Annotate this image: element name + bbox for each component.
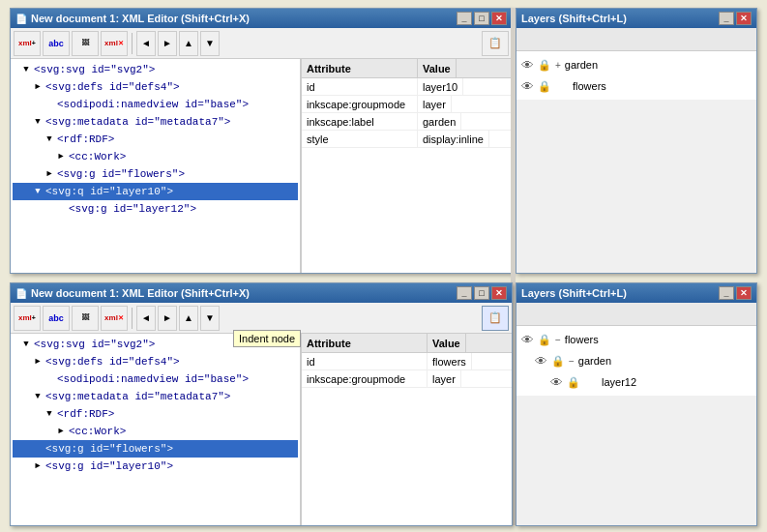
- bottom-layers-titlebar[interactable]: Layers (Shift+Ctrl+L) _ ✕: [516, 283, 756, 303]
- tree-toggle-1[interactable]: ►: [32, 81, 44, 93]
- bottom-xml-node-btn[interactable]: xml+: [14, 306, 41, 331]
- nav-down-btn[interactable]: ▼: [200, 31, 220, 56]
- tree-toggle-8[interactable]: [55, 203, 67, 215]
- tree-item-0[interactable]: ▼ <svg:svg id="svg2">: [13, 61, 298, 78]
- bottom-layer-eye-flowers[interactable]: 👁: [521, 333, 534, 347]
- bottom-attr-row-0[interactable]: id flowers: [302, 353, 512, 370]
- bottom-tree-toggle-7[interactable]: ►: [32, 460, 44, 472]
- bottom-tree-item-3[interactable]: ▼ <svg:metadata id="metadata7">: [13, 388, 298, 405]
- tree-item-2[interactable]: <sodipodi:namedview id="base">: [13, 96, 298, 113]
- bottom-tree-item-2[interactable]: <sodipodi:namedview id="base">: [13, 370, 298, 388]
- tree-toggle-0[interactable]: ▼: [20, 64, 32, 75]
- xml-delete-btn[interactable]: xml✕: [101, 31, 128, 56]
- top-layer-name-garden: garden: [565, 59, 598, 71]
- tree-item-7[interactable]: ▼ <svg:q id="layer10">: [13, 183, 298, 200]
- top-layers-min-btn[interactable]: _: [719, 12, 734, 25]
- tree-item-1[interactable]: ► <svg:defs id="defs4">: [13, 78, 298, 96]
- top-layer-expand-garden[interactable]: +: [555, 60, 561, 71]
- bottom-nav-prev-btn[interactable]: ◄: [136, 306, 156, 331]
- bottom-min-button[interactable]: _: [457, 286, 472, 300]
- tree-item-5[interactable]: ► <cc:Work>: [13, 148, 298, 165]
- bottom-tree-toggle-0[interactable]: ▼: [20, 339, 32, 350]
- bottom-xml-editor-titlebar[interactable]: 📄 New document 1: XML Editor (Shift+Ctrl…: [11, 283, 512, 303]
- nav-prev-btn[interactable]: ◄: [136, 31, 156, 56]
- top-layers-close-btn[interactable]: ✕: [736, 12, 752, 25]
- top-layer-name-flowers: flowers: [573, 80, 606, 92]
- bottom-tree-item-5[interactable]: ► <cc:Work>: [13, 423, 298, 440]
- tree-toggle-2[interactable]: [44, 99, 55, 110]
- bottom-img-node-btn[interactable]: 🖼: [72, 306, 99, 331]
- bottom-tree-toggle-3[interactable]: ▼: [32, 391, 44, 402]
- tree-item-6[interactable]: ► <svg:g id="flowers">: [13, 165, 298, 183]
- nav-next-btn[interactable]: ►: [158, 31, 177, 56]
- top-layer-lock-flowers[interactable]: 🔒: [538, 80, 551, 93]
- bottom-layer-eye-layer12[interactable]: 👁: [550, 375, 563, 390]
- xml-node-btn[interactable]: xml+: [14, 31, 41, 56]
- bottom-layer-lock-garden[interactable]: 🔒: [551, 355, 565, 368]
- bottom-layers-close-btn[interactable]: ✕: [736, 286, 752, 300]
- top-attr-panel: Attribute Value id layer10 inkscape:grou…: [301, 59, 512, 273]
- bottom-layer-item-garden[interactable]: 👁 🔒 − garden: [519, 350, 753, 371]
- maximize-button[interactable]: □: [474, 12, 489, 25]
- top-layers-titlebar[interactable]: Layers (Shift+Ctrl+L) _ ✕: [516, 9, 756, 28]
- nav-up-btn[interactable]: ▲: [179, 31, 198, 56]
- bottom-nav-down-btn[interactable]: ▼: [200, 306, 220, 331]
- bottom-text-node-btn[interactable]: abc: [43, 306, 70, 331]
- bottom-attr-header: Attribute Value: [302, 334, 512, 353]
- bottom-layer-lock-layer12[interactable]: 🔒: [567, 376, 580, 389]
- bottom-tree-item-4[interactable]: ▼ <rdf:RDF>: [13, 405, 298, 423]
- top-attr-row-3[interactable]: style display:inline: [302, 131, 512, 148]
- text-node-btn[interactable]: abc: [43, 31, 70, 56]
- top-layer-item-flowers[interactable]: 👁 🔒 flowers: [519, 75, 753, 97]
- tree-toggle-6[interactable]: ►: [44, 168, 55, 180]
- tree-toggle-4[interactable]: ▼: [44, 133, 55, 145]
- bottom-xml-editor-icon: 📄: [15, 288, 27, 299]
- tree-toggle-5[interactable]: ►: [55, 151, 67, 163]
- toolbar-right-btn[interactable]: 📋: [482, 31, 509, 56]
- bottom-close-button[interactable]: ✕: [491, 286, 507, 300]
- bottom-layer-expand-garden[interactable]: −: [569, 356, 575, 367]
- tree-toggle-3[interactable]: ▼: [32, 116, 44, 128]
- bottom-layer-lock-flowers[interactable]: 🔒: [538, 334, 551, 346]
- bottom-tree-toggle-1[interactable]: ►: [32, 356, 44, 368]
- bottom-xml-tree[interactable]: ▼ <svg:svg id="svg2"> ► <svg:defs id="de…: [11, 334, 301, 525]
- top-attr-row-1[interactable]: inkscape:groupmode layer: [302, 96, 512, 113]
- minimize-button[interactable]: _: [457, 12, 472, 25]
- tree-toggle-7[interactable]: ▼: [32, 186, 44, 197]
- bottom-tree-item-6[interactable]: <svg:g id="flowers">: [13, 440, 298, 458]
- top-layer-eye-flowers[interactable]: 👁: [521, 79, 534, 94]
- close-button[interactable]: ✕: [491, 12, 507, 25]
- bottom-layers-min-btn[interactable]: _: [719, 286, 734, 300]
- bottom-layers-title: Layers (Shift+Ctrl+L): [521, 287, 627, 299]
- top-xml-editor-titlebar[interactable]: 📄 New document 1: XML Editor (Shift+Ctrl…: [11, 9, 512, 28]
- bottom-nav-up-btn[interactable]: ▲: [179, 306, 198, 331]
- tree-item-4[interactable]: ▼ <rdf:RDF>: [13, 131, 298, 148]
- top-attr-row-0[interactable]: id layer10: [302, 78, 512, 96]
- bottom-attr-value-0: flowers: [428, 353, 472, 369]
- bottom-tree-item-7[interactable]: ► <svg:g id="layer10">: [13, 458, 298, 475]
- bottom-tree-item-1[interactable]: ► <svg:defs id="defs4">: [13, 353, 298, 370]
- bottom-attr-row-1[interactable]: inkscape:groupmode layer: [302, 370, 512, 388]
- tree-item-3[interactable]: ▼ <svg:metadata id="metadata7">: [13, 113, 298, 131]
- top-attr-name-0: id: [302, 78, 418, 95]
- top-layer-item-garden[interactable]: 👁 🔒 + garden: [519, 54, 753, 75]
- bottom-xml-delete-btn[interactable]: xml✕: [101, 306, 128, 331]
- top-xml-tree[interactable]: ▼ <svg:svg id="svg2"> ► <svg:defs id="de…: [11, 59, 301, 273]
- bottom-toolbar-right-btn[interactable]: 📋: [482, 306, 509, 331]
- bottom-layer-eye-garden[interactable]: 👁: [535, 354, 547, 369]
- top-layer-lock-garden[interactable]: 🔒: [538, 59, 551, 72]
- bottom-nav-next-btn[interactable]: ►: [158, 306, 177, 331]
- bottom-tree-toggle-2[interactable]: [44, 373, 55, 385]
- img-node-btn[interactable]: 🖼: [72, 31, 99, 56]
- bottom-tree-toggle-6[interactable]: [32, 443, 44, 455]
- top-layer-eye-garden[interactable]: 👁: [521, 58, 534, 73]
- bottom-layer-expand-flowers[interactable]: −: [555, 335, 561, 345]
- bottom-tree-toggle-4[interactable]: ▼: [44, 408, 55, 420]
- top-attr-row-2[interactable]: inkscape:label garden: [302, 113, 512, 131]
- bottom-max-button[interactable]: □: [474, 286, 489, 300]
- bottom-layer-item-layer12[interactable]: 👁 🔒 layer12: [519, 371, 753, 393]
- tree-text-7: <svg:q id="layer10">: [45, 186, 173, 197]
- bottom-tree-toggle-5[interactable]: ►: [55, 426, 67, 437]
- tree-item-8[interactable]: <svg:g id="layer12">: [13, 200, 298, 218]
- bottom-layer-item-flowers[interactable]: 👁 🔒 − flowers: [519, 329, 753, 350]
